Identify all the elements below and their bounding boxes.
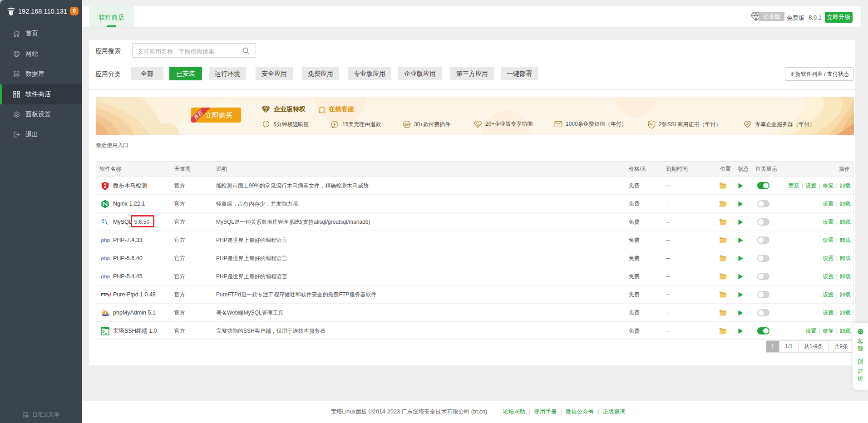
svg-text:SSL: SSL: [649, 123, 654, 126]
svg-text:30+: 30+: [404, 123, 410, 126]
svg-text:¥: ¥: [333, 122, 335, 127]
